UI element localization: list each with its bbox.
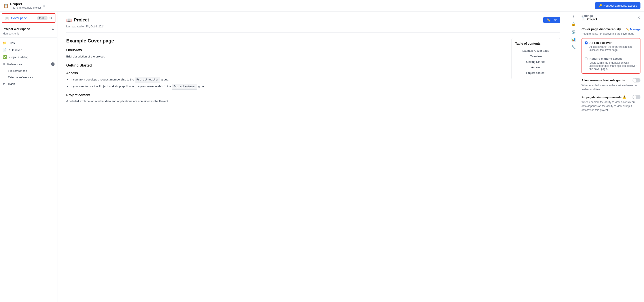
manage-label: Manage	[630, 28, 640, 31]
option-marking-desc: Users within the organization with acces…	[584, 61, 637, 71]
file-references-label: File references	[8, 69, 27, 73]
workspace-gear-button[interactable]: ⚙	[52, 27, 54, 31]
settings-panel-header: Settings 📄 Project ✕	[578, 12, 644, 24]
folder-icon: 📁	[3, 41, 7, 45]
star-icon[interactable]: ☆	[42, 4, 45, 7]
allow-role-title: Allow resource level role grants	[582, 79, 625, 82]
sidebar-item-autosaved[interactable]: 📄 Autosaved	[0, 47, 57, 54]
project-editor-code: Project-editor	[135, 77, 160, 83]
settings-header-group: Settings 📄 Project	[582, 14, 597, 21]
sidebar-item-file-references[interactable]: File references	[0, 68, 57, 74]
content-title-group: 📖 Project	[66, 18, 89, 23]
trash-icon: 🗑	[3, 82, 6, 86]
toggle-knob	[633, 79, 636, 82]
content-main: Example Cover page Overview Brief descri…	[66, 38, 504, 106]
sidebar-project-workspace: Project workspace ⚙ Members only	[0, 25, 57, 38]
access-list-item-2: If you want to use the Project workshop …	[71, 84, 504, 90]
option-marking-header: Require marking access	[584, 57, 637, 60]
propagate-toggle[interactable]	[632, 95, 640, 99]
content-header: 📖 Project ✏️ Edit	[66, 17, 560, 23]
project-catalog-label: Project Catalog	[8, 56, 28, 59]
cover-discoverability-section: Cover page discoverability ✏️ Manage Req…	[582, 28, 640, 74]
settings-close-button[interactable]: ✕	[637, 15, 640, 20]
side-icon-bar: ℹ 🔒 📡 📊 🔧	[569, 12, 578, 302]
chart-side-icon[interactable]: 📊	[571, 37, 576, 42]
lock-side-icon[interactable]: 🔒	[571, 22, 576, 26]
overview-heading: Overview	[66, 48, 504, 52]
edit-button[interactable]: ✏️ Edit	[543, 17, 560, 23]
sidebar-item-cover[interactable]: 📖 Cover page Public ⚙	[2, 13, 56, 23]
settings-project-label: 📄 Project	[582, 18, 597, 21]
sidebar-item-files[interactable]: 📁 Files	[0, 39, 57, 47]
option-all-desc: All users within the organization can di…	[584, 45, 637, 52]
sidebar-item-project-catalog[interactable]: ✅ Project Catalog	[0, 54, 57, 61]
content-doc-icon: 📖	[66, 18, 72, 23]
getting-started-heading: Getting Started	[66, 64, 504, 67]
discoverability-options: All can discover All users within the or…	[582, 38, 640, 74]
request-access-button[interactable]: 🔑 Request additional access	[595, 2, 640, 9]
cover-page-gear-button[interactable]: ⚙	[49, 16, 52, 20]
edit-label: Edit	[552, 18, 556, 22]
key-icon: 🔑	[598, 4, 602, 7]
allow-role-toggle[interactable]	[632, 78, 640, 83]
option-marking-title: Require marking access	[590, 57, 622, 60]
discover-option-all[interactable]: All can discover All users within the or…	[582, 39, 640, 54]
radio-all-active	[584, 41, 588, 45]
project-doc-icon: 📋	[4, 3, 8, 8]
content-divider	[66, 33, 560, 33]
propagate-toggle-knob	[633, 95, 636, 99]
main-layout: 📖 Cover page Public ⚙ Project workspace …	[0, 12, 644, 302]
toc-title: Table of contents	[515, 42, 556, 45]
propagate-header: Propagate view requirements ⚠️	[582, 95, 640, 99]
warn-icon: ⚠️	[622, 95, 626, 99]
content-area: 📖 Project ✏️ Edit Last updated on Fri, O…	[58, 12, 569, 302]
manage-link[interactable]: ✏️ Manage	[626, 28, 640, 31]
sidebar-nav: 📁 Files 📄 Autosaved ✅ Project Catalog ✳ …	[0, 38, 57, 89]
header-title-group: Project This is an example project	[10, 2, 41, 9]
info-side-icon[interactable]: ℹ	[573, 14, 574, 18]
sidebar-item-trash[interactable]: 🗑 Trash	[0, 81, 57, 87]
toc-item-2[interactable]: Getting Started	[515, 59, 556, 65]
cover-page-heading: Example Cover page	[66, 38, 504, 44]
radio-marking-inactive	[584, 57, 588, 60]
sidebar-item-external-references[interactable]: External references	[0, 74, 57, 81]
trash-label: Trash	[8, 82, 15, 86]
toc-item-3[interactable]: Access	[515, 65, 556, 70]
settings-doc-icon: 📄	[582, 18, 585, 21]
top-header: 📋 Project This is an example project ☆ 🔑…	[0, 0, 644, 12]
catalog-icon: ✅	[3, 55, 7, 59]
autosaved-label: Autosaved	[8, 49, 22, 52]
toc-item-1[interactable]: Overview	[515, 54, 556, 59]
toc-item-4[interactable]: Project content	[515, 70, 556, 76]
sidebar: 📖 Cover page Public ⚙ Project workspace …	[0, 12, 58, 302]
access-bullet2-text: If you want to use the Project workshop …	[71, 85, 171, 88]
project-title: Project	[10, 2, 41, 6]
edit-icon: ✏️	[547, 18, 550, 22]
project-subtitle: This is an example project	[10, 6, 41, 9]
references-label: References	[7, 63, 49, 66]
sidebar-item-references[interactable]: ✳ References i	[0, 61, 57, 68]
discover-option-marking[interactable]: Require marking access Users within the …	[582, 54, 640, 73]
rss-side-icon[interactable]: 📡	[571, 30, 576, 34]
content-title-text: Project	[74, 18, 89, 23]
propagate-title: Propagate view requirements ⚠️	[582, 95, 626, 99]
workspace-title: Project workspace	[3, 27, 30, 31]
header-left: 📋 Project This is an example project ☆	[4, 2, 45, 9]
access-bullet2-end: group.	[198, 85, 206, 88]
settings-panel: Settings 📄 Project ✕ Cover page discover…	[578, 12, 644, 302]
allow-role-desc: When enabled, users can be assigned role…	[582, 83, 640, 91]
manage-icon: ✏️	[626, 28, 629, 31]
cover-disc-title: Cover page discoverability	[582, 28, 621, 31]
wrench-side-icon[interactable]: 🔧	[571, 45, 576, 49]
autosave-icon: 📄	[3, 48, 7, 52]
settings-content: Cover page discoverability ✏️ Manage Req…	[578, 24, 644, 119]
access-bullet1-text: If you are a developer, request membersh…	[71, 78, 134, 81]
book-icon: 📖	[5, 16, 9, 20]
propagate-view-row: Propagate view requirements ⚠️ When enab…	[582, 95, 640, 112]
asterisk-icon: ✳	[3, 62, 6, 66]
overview-text: Brief description of the project.	[66, 54, 504, 59]
cover-disc-desc: Requirements for discovering the cover p…	[582, 32, 640, 35]
access-heading: Access	[66, 71, 504, 75]
allow-role-header: Allow resource level role grants	[582, 78, 640, 83]
toc-item-0[interactable]: Example Cover page	[515, 48, 556, 54]
